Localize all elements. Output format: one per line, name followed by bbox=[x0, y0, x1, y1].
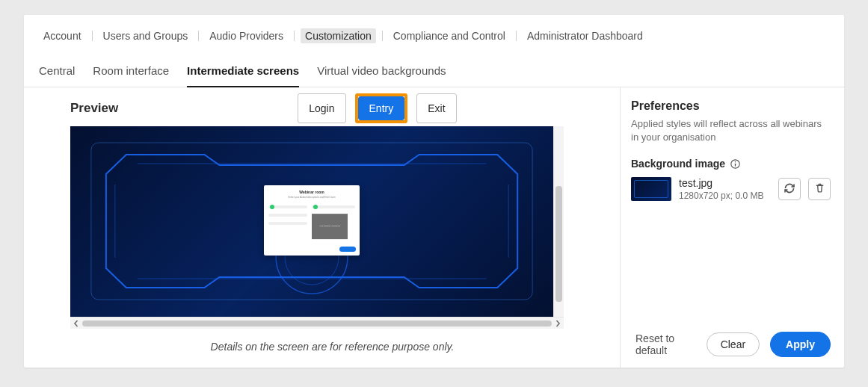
tab-central[interactable]: Central bbox=[39, 64, 75, 87]
apply-button[interactable]: Apply bbox=[770, 332, 831, 357]
vertical-scrollbar[interactable] bbox=[553, 126, 564, 317]
tabs: Central Room interface Intermediate scre… bbox=[24, 43, 844, 87]
screen-toggle-group: Login Entry Exit bbox=[298, 93, 456, 123]
horizontal-scrollbar[interactable] bbox=[70, 317, 564, 329]
entry-dialog-preview: Webinar room Select your Audio/video opt… bbox=[264, 185, 360, 256]
exit-toggle-button[interactable]: Exit bbox=[416, 93, 456, 123]
trash-icon bbox=[814, 182, 825, 196]
background-image-label: Background image bbox=[631, 158, 725, 170]
refresh-icon bbox=[784, 182, 795, 196]
tab-virtual-video-backgrounds[interactable]: Virtual video backgrounds bbox=[317, 64, 446, 87]
svg-rect-4 bbox=[734, 164, 735, 167]
preferences-heading: Preferences bbox=[631, 99, 831, 113]
camera-placeholder: Your camera is turned off bbox=[312, 214, 348, 239]
preview-background: Webinar room Select your Audio/video opt… bbox=[70, 126, 553, 317]
nav-separator bbox=[198, 31, 199, 41]
topnav-account[interactable]: Account bbox=[39, 28, 86, 43]
tab-intermediate-screens[interactable]: Intermediate screens bbox=[187, 64, 299, 87]
topnav-customization[interactable]: Customization bbox=[301, 28, 376, 43]
dialog-subtitle: Select your Audio/video options and Ente… bbox=[268, 196, 355, 199]
login-toggle-button[interactable]: Login bbox=[298, 93, 345, 123]
preferences-help: Applied styles will reflect across all w… bbox=[631, 117, 831, 144]
topnav-compliance[interactable]: Compliance and Control bbox=[389, 28, 510, 43]
orange-highlight: Entry bbox=[355, 93, 408, 123]
nav-separator bbox=[516, 31, 517, 41]
topnav-admin-dashboard[interactable]: Administrator Dashboard bbox=[523, 28, 647, 43]
scrollbar-thumb[interactable] bbox=[555, 186, 562, 302]
background-thumbnail bbox=[631, 177, 671, 201]
entry-toggle-button[interactable]: Entry bbox=[358, 96, 405, 120]
preview-heading: Preview bbox=[70, 101, 118, 116]
top-nav: Account Users and Groups Audio Providers… bbox=[24, 15, 844, 43]
nav-separator bbox=[382, 31, 383, 41]
nav-separator bbox=[92, 31, 93, 41]
clear-button[interactable]: Clear bbox=[707, 332, 760, 356]
dialog-title: Webinar room bbox=[268, 190, 355, 194]
file-dimensions: 1280x720 px; 0.0 MB bbox=[679, 191, 771, 201]
chevron-right-icon[interactable] bbox=[553, 319, 562, 328]
delete-button[interactable] bbox=[808, 178, 831, 200]
file-name: test.jpg bbox=[679, 177, 771, 189]
reset-to-default-link[interactable]: Reset to default bbox=[631, 332, 696, 356]
chevron-left-icon[interactable] bbox=[72, 319, 81, 328]
scrollbar-track[interactable] bbox=[82, 321, 552, 326]
nav-separator bbox=[294, 31, 295, 41]
preview-pane: Webinar room Select your Audio/video opt… bbox=[70, 126, 564, 329]
enter-room-button-preview bbox=[339, 247, 356, 252]
topnav-users-groups[interactable]: Users and Groups bbox=[99, 28, 193, 43]
info-icon[interactable] bbox=[730, 158, 740, 169]
preview-caption: Details on the screen are for reference … bbox=[70, 341, 594, 353]
replace-button[interactable] bbox=[778, 178, 801, 200]
topnav-audio-providers[interactable]: Audio Providers bbox=[205, 28, 288, 43]
tab-room-interface[interactable]: Room interface bbox=[93, 64, 169, 87]
svg-point-5 bbox=[734, 161, 736, 163]
